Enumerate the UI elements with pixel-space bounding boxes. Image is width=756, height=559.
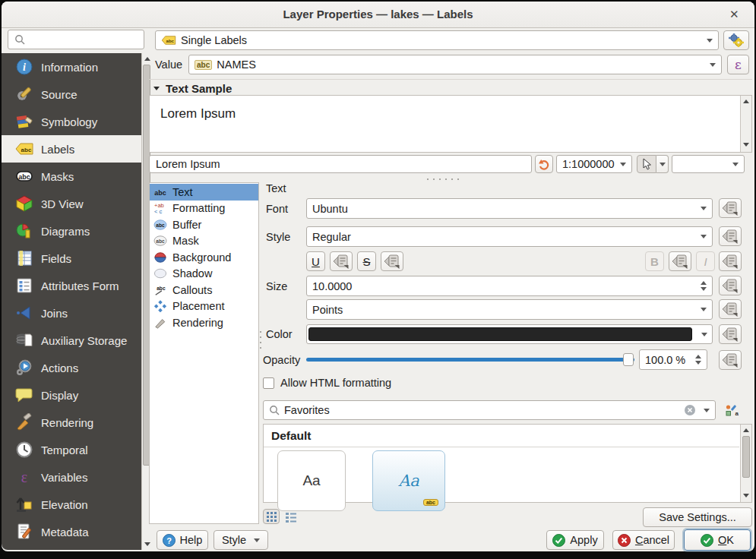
- automated-placement-button[interactable]: [723, 30, 749, 50]
- apply-check-icon: [552, 534, 565, 547]
- sidebar-item-labels[interactable]: abc Labels: [2, 135, 141, 163]
- spin-arrows-icon[interactable]: [701, 281, 707, 291]
- sidebar-item-variables[interactable]: ε Variables: [2, 463, 141, 491]
- font-style-combo[interactable]: Regular: [306, 226, 713, 247]
- sidebar-item-source[interactable]: Source: [2, 81, 141, 108]
- clear-search-icon[interactable]: [684, 404, 696, 416]
- style-scrollbar-thumb[interactable]: [742, 436, 750, 478]
- style-search-combo[interactable]: Favorites: [263, 400, 716, 420]
- opacity-override-button[interactable]: [719, 350, 742, 370]
- strikethrough-button[interactable]: S: [357, 251, 376, 271]
- sidebar-item-3d-view[interactable]: 3D View: [2, 190, 141, 217]
- color-override-button[interactable]: [719, 324, 742, 344]
- color-button[interactable]: [306, 324, 713, 344]
- style-override-button[interactable]: [719, 226, 742, 246]
- variables-icon: ε: [15, 468, 33, 486]
- style-menu-button[interactable]: Style: [214, 530, 268, 550]
- underline-button[interactable]: U: [306, 251, 325, 271]
- italic-override-button[interactable]: [719, 251, 742, 271]
- sidebar-search-input[interactable]: [8, 30, 144, 49]
- size-unit-combo[interactable]: Points: [306, 299, 713, 320]
- text-sample-header[interactable]: Text Sample: [153, 82, 232, 95]
- tab-mask[interactable]: abc Mask: [150, 233, 258, 250]
- sidebar-item-elevation[interactable]: Elevation: [2, 491, 141, 518]
- save-settings-button[interactable]: Save Settings...: [643, 507, 752, 527]
- value-combo[interactable]: abc NAMES: [188, 55, 722, 74]
- preview-scrollbar[interactable]: [740, 96, 751, 152]
- help-button[interactable]: ? Help: [157, 530, 208, 550]
- sidebar-item-rendering[interactable]: Rendering: [2, 409, 141, 436]
- underline-override-button[interactable]: [330, 251, 353, 271]
- sample-text-input[interactable]: [149, 155, 532, 173]
- sidebar-item-symbology[interactable]: Symbology: [2, 108, 141, 135]
- tab-shadow[interactable]: Shadow: [150, 266, 258, 283]
- scroll-down-icon[interactable]: [144, 542, 150, 546]
- cursor-tool-dropdown[interactable]: [656, 155, 669, 173]
- sidebar-item-fields[interactable]: Fields: [2, 245, 141, 272]
- expression-builder-button[interactable]: ε: [727, 55, 749, 74]
- scroll-up-icon[interactable]: [743, 99, 749, 103]
- title-bar[interactable]: Layer Properties — lakes — Labels: [2, 2, 754, 28]
- cancel-button[interactable]: Cancel: [612, 530, 675, 550]
- panel-splitter-handle[interactable]: [260, 331, 261, 349]
- sidebar-item-diagrams[interactable]: Diagrams: [2, 217, 141, 245]
- allow-html-checkbox[interactable]: [263, 377, 274, 389]
- tab-rendering[interactable]: Rendering: [150, 314, 258, 331]
- sidebar-item-actions[interactable]: Actions: [2, 354, 141, 381]
- style-item-selected[interactable]: Aa abc: [372, 450, 445, 511]
- spin-arrows-icon[interactable]: [695, 355, 701, 365]
- sample-background-combo[interactable]: [672, 155, 745, 173]
- opacity-spinbox[interactable]: 100.0 %: [639, 349, 707, 370]
- close-icon[interactable]: ✕: [729, 8, 739, 21]
- size-spinbox[interactable]: 10.0000: [306, 276, 713, 296]
- size-override-button[interactable]: [719, 276, 742, 295]
- splitter-handle[interactable]: [427, 178, 459, 180]
- svg-text:abc: abc: [157, 285, 166, 290]
- bold-button[interactable]: B: [645, 251, 664, 271]
- icon-view-button[interactable]: [263, 509, 280, 524]
- sidebar-item-temporal[interactable]: Temporal: [2, 436, 141, 463]
- tab-text[interactable]: abc Text: [150, 184, 258, 201]
- sidebar-item-metadata[interactable]: Metadata: [2, 518, 141, 545]
- ok-button[interactable]: OK: [684, 529, 751, 551]
- scroll-up-icon[interactable]: [144, 57, 150, 61]
- list-view-button[interactable]: [283, 510, 299, 525]
- unit-override-button[interactable]: [719, 299, 742, 319]
- sidebar-item-information[interactable]: i Information: [2, 53, 141, 81]
- map-settings-split-button[interactable]: [637, 155, 669, 173]
- tab-background[interactable]: Background: [150, 249, 258, 266]
- opacity-slider-handle[interactable]: [623, 353, 634, 366]
- color-label: Color: [266, 324, 293, 344]
- allow-html-row[interactable]: Allow HTML formatting: [263, 377, 391, 389]
- style-manager-button[interactable]: a: [722, 402, 742, 420]
- style-item-default[interactable]: Aa: [277, 450, 346, 511]
- tab-placement[interactable]: Placement: [150, 298, 258, 315]
- italic-button[interactable]: I: [696, 251, 715, 271]
- bold-override-button[interactable]: [669, 251, 691, 271]
- apply-button[interactable]: Apply: [546, 530, 604, 550]
- scroll-down-icon[interactable]: [743, 494, 749, 497]
- sample-scale-combo[interactable]: 1:1000000: [556, 155, 632, 173]
- tab-callouts[interactable]: abc Callouts: [150, 282, 258, 298]
- sidebar-item-display[interactable]: Display: [2, 381, 141, 409]
- tab-buffer[interactable]: abc Buffer: [150, 216, 258, 233]
- scroll-down-icon[interactable]: [743, 143, 749, 147]
- sidebar-item-partial[interactable]: [2, 545, 141, 550]
- label-mode-combo[interactable]: abc Single Labels: [155, 30, 719, 50]
- section-divider: [149, 79, 752, 80]
- sidebar-item-auxiliary-storage[interactable]: Auxiliary Storage: [2, 327, 141, 354]
- scroll-up-icon[interactable]: [743, 428, 749, 432]
- font-override-button[interactable]: [719, 198, 742, 218]
- style-list-scrollbar[interactable]: [740, 425, 751, 502]
- cursor-tool-button[interactable]: [637, 155, 656, 173]
- sidebar-item-masks[interactable]: abc Masks: [2, 163, 141, 190]
- font-combo[interactable]: Ubuntu: [306, 198, 713, 219]
- reset-sample-button[interactable]: [535, 155, 553, 173]
- tab-formatting[interactable]: +ab< c Formatting: [150, 201, 258, 217]
- svg-text:?: ?: [166, 535, 172, 545]
- sidebar-item-attributes-form[interactable]: Attributes Form: [2, 272, 141, 299]
- data-defined-icon: [672, 253, 688, 270]
- opacity-slider-track[interactable]: [306, 358, 634, 362]
- sidebar-item-joins[interactable]: Joins: [2, 299, 141, 327]
- strikethrough-override-button[interactable]: [381, 251, 403, 271]
